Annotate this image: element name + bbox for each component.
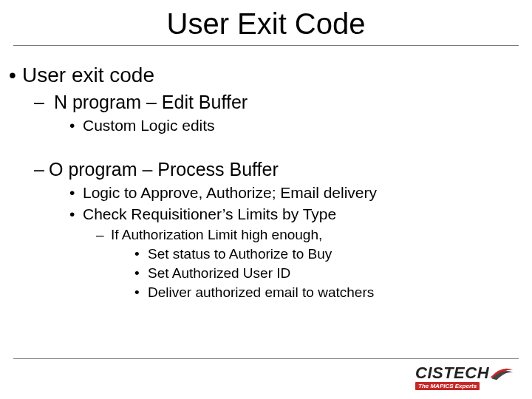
bullet-l3: Custom Logic edits <box>83 116 510 135</box>
slide-body: User exit code N program – Edit Buffer C… <box>0 46 532 301</box>
bullet-l2: N program – Edit Buffer <box>49 91 510 114</box>
spacer <box>22 136 510 155</box>
footer-rule <box>13 358 519 359</box>
bullet-l2: O program – Process Buffer <box>49 158 510 181</box>
bullet-l5: Set Authorized User ID <box>148 265 510 282</box>
swoosh-icon <box>489 364 514 381</box>
slide: User Exit Code User exit code N program … <box>0 0 532 399</box>
bullet-l5: Deliver authorized email to watchers <box>148 284 510 301</box>
bullet-l3: Check Requisitioner’s Limits by Type <box>83 205 510 224</box>
bullet-l3: Logic to Approve, Authorize; Email deliv… <box>83 183 510 202</box>
cistech-logo: CISTECH The MAPICS Experts <box>415 365 511 390</box>
bullet-l1: User exit code <box>22 62 510 88</box>
logo-tagline: The MAPICS Experts <box>415 382 480 390</box>
slide-title: User Exit Code <box>0 0 532 45</box>
bullet-l5: Set status to Authorize to Buy <box>148 245 510 263</box>
bullet-l4: If Authorization Limit high enough, <box>111 226 510 244</box>
